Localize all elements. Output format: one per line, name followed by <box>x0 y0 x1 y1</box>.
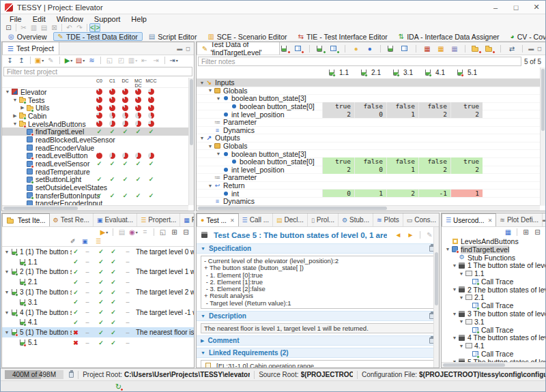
chevron-open-icon[interactable]: ▼ <box>4 89 11 94</box>
execute-tests-icon[interactable]: ▶▾ <box>63 56 74 65</box>
test-step-column-4.1[interactable]: 4.1 <box>418 69 450 76</box>
chevron-open-icon[interactable]: ▼ <box>3 290 10 295</box>
chevron-open-icon[interactable]: ▼ <box>207 144 214 149</box>
copy-icon[interactable]: ▥ <box>29 23 39 32</box>
import-icon[interactable]: ↧ <box>5 56 15 65</box>
test-step-column-2.1[interactable]: 2.1 <box>354 69 386 76</box>
section-header-comment[interactable]: ▶Comment <box>197 335 439 346</box>
tree-item-setOutsideLevelStates[interactable]: setOutsideLevelStates <box>2 183 194 192</box>
minimize-view-icon[interactable]: ▬ <box>528 46 534 52</box>
data-row-Parameter[interactable]: ≔Parameter <box>197 174 545 182</box>
chevron-open-icon[interactable]: ▼ <box>458 271 465 276</box>
data-cell[interactable]: false <box>354 102 386 110</box>
test-data-hscrollbar[interactable] <box>197 205 540 211</box>
chevron-open-icon[interactable]: ▼ <box>458 344 465 348</box>
chevron-open-icon[interactable]: ▼ <box>215 96 222 101</box>
test-item-row-1.1[interactable]: 1.1✓–✓✓– <box>2 257 194 267</box>
data-row-Inputs[interactable]: ▼↘Inputs <box>197 79 545 87</box>
tree-item-Utils[interactable]: ▶Utils <box>2 104 194 112</box>
data-row-int[interactable]: int012-11 <box>197 190 545 198</box>
items-tab-3[interactable]: ☰Propert... <box>137 213 180 226</box>
tree-item-readLevelButton[interactable]: readLevelButton <box>2 152 194 160</box>
tree-item-Cabin[interactable]: ▶Cabin <box>2 112 194 120</box>
tree-item-findTargetLevel[interactable]: findTargetLevel✓✓✓✓✓ <box>2 127 194 136</box>
usercode-tab-0[interactable]: ☰Usercod...✕ <box>442 213 496 226</box>
test-project-hscrollbar[interactable] <box>2 205 188 211</box>
collapse-branch-icon[interactable]: ⇤ <box>139 56 149 65</box>
description-text[interactable]: The nearest floor is level 1, target lev… <box>201 323 435 333</box>
edit-test-step-icon[interactable] <box>400 44 410 53</box>
detail-tab-3[interactable]: ▯Prol... <box>308 213 339 226</box>
data-cell[interactable]: 2 <box>450 166 483 174</box>
menu-help[interactable]: Help <box>126 15 152 23</box>
data-row-boolean-button_state[3][interactable]: ▼boolean button_state[3] <box>197 150 545 158</box>
execute-test-item-icon[interactable]: ▶▾ <box>99 228 109 237</box>
expand-all-icon[interactable]: ⊞ <box>521 228 531 237</box>
perspective-tab-4[interactable]: ⇆TIE - Test Interface Editor <box>293 32 392 41</box>
test-item-row-3-(1)-The-button-stat[interactable]: ▼3 (1) The button stat✓–✓✓–The target le… <box>2 287 194 297</box>
data-cell[interactable]: true <box>322 102 354 110</box>
items-tab-0[interactable]: Test Ite... <box>2 213 50 226</box>
usercode-item-3.1[interactable]: ▼3.1 <box>442 318 545 326</box>
data-cell[interactable]: 0 <box>354 166 386 174</box>
usercode-item-Call-Trace[interactable]: Call Trace <box>442 350 545 358</box>
evaluation-column-icon[interactable]: ▣ <box>82 238 88 245</box>
chevron-open-icon[interactable]: ▼ <box>3 330 10 335</box>
perspective-tab-2[interactable]: ▤Script Editor <box>144 32 202 41</box>
edit-icon[interactable]: ✎ <box>46 56 56 65</box>
test-step-column-3.1[interactable]: 3.1 <box>386 69 418 76</box>
chevron-open-icon[interactable]: ▼ <box>199 136 205 140</box>
data-cell[interactable]: 2 <box>386 190 418 198</box>
data-row-Return[interactable]: ▼↩Return <box>197 182 545 190</box>
generate-report-icon[interactable]: ▤ <box>117 228 127 237</box>
maximize-button[interactable]: □ <box>506 1 526 14</box>
back-icon[interactable]: ↶ <box>64 23 74 32</box>
chevron-open-icon[interactable]: ▼ <box>215 151 222 156</box>
next-difference-icon[interactable]: ● <box>364 44 375 53</box>
perspective-tab-5[interactable]: ⇅IDA - Interface Data Assigner <box>394 32 504 41</box>
section-header-linked[interactable]: ▼Linked Requirements (2) <box>197 348 439 358</box>
data-cell[interactable]: false <box>354 157 386 166</box>
detail-tab-4[interactable]: ⚙Stub... <box>339 213 373 226</box>
detail-tab-0[interactable]: ●Test ...✕ <box>197 213 239 226</box>
test-item-row-4-(1)-The-button-stat[interactable]: ▼4 (1) The button stat✓–✓✓–The target le… <box>2 307 194 318</box>
show-all-icon[interactable]: ▦ <box>449 44 459 53</box>
chevron-open-icon[interactable]: ▼ <box>451 287 458 292</box>
chevron-open-icon[interactable]: ▼ <box>207 88 214 93</box>
test-step-column-5.1[interactable]: 5.1 <box>450 69 483 76</box>
usercode-item-3-The-button-state-of-level-2-is[interactable]: ▼3 The button state of level 2 is <box>442 310 545 318</box>
specification-text[interactable]: - Current level of the elevator (level_p… <box>201 256 435 309</box>
edit-test-case-icon[interactable] <box>386 44 397 53</box>
tree-item-LevelsAndButtons[interactable]: ▼LevelsAndButtons <box>2 120 194 128</box>
chevron-open-icon[interactable]: ▼ <box>458 319 465 324</box>
coverage-select-icon[interactable]: ◉▾ <box>128 228 139 237</box>
chevron-open-icon[interactable]: ▼ <box>451 312 458 316</box>
show-failed-icon[interactable]: ▦ <box>422 44 432 53</box>
expand-branch-icon[interactable]: ⇥ <box>151 56 161 65</box>
chevron-open-icon[interactable]: ▼ <box>444 247 451 252</box>
data-cell[interactable]: 2 <box>450 110 483 119</box>
collapse-all-icon[interactable]: ⊟ <box>181 228 191 237</box>
test-item-row-4.1[interactable]: 4.1✓–✓✓– <box>2 318 194 328</box>
menu-window[interactable]: Window <box>52 15 88 23</box>
chevron-open-icon[interactable]: ▼ <box>458 295 465 300</box>
collapse-all-icon[interactable]: ⊟ <box>532 228 543 237</box>
delete-icon[interactable]: ⊠ <box>49 23 59 32</box>
chevron-open-icon[interactable]: ▼ <box>199 80 205 85</box>
cut-icon[interactable]: ✂ <box>18 23 29 32</box>
maximize-view-icon[interactable]: ◻ <box>186 46 190 52</box>
data-cell[interactable]: 2 <box>418 110 450 119</box>
chevron-open-icon[interactable]: ▼ <box>3 269 10 274</box>
section-header-specification[interactable]: ▼Specification <box>197 243 439 254</box>
restore-icon[interactable]: ◱ <box>104 56 115 65</box>
section-header-description[interactable]: ▼Description <box>197 311 439 321</box>
garbage-collect-icon[interactable] <box>69 372 74 378</box>
test-item-row-1-(1)-The-button-stat[interactable]: ▼1 (1) The button stat✓–✓✓–The target le… <box>2 247 194 257</box>
chevron-open-icon[interactable]: ▼ <box>201 246 205 251</box>
commit-icon[interactable]: ◰ <box>116 56 126 65</box>
new-wizard-icon[interactable]: ⊡ <box>3 23 14 32</box>
chevron-open-icon[interactable]: ▼ <box>451 263 458 268</box>
items-tab-1[interactable]: ⚙Test Re... <box>50 213 94 226</box>
detail-tab-6[interactable]: ▭Cons... <box>403 213 439 226</box>
items-tab-2[interactable]: ▣Evaluat... <box>94 213 137 226</box>
